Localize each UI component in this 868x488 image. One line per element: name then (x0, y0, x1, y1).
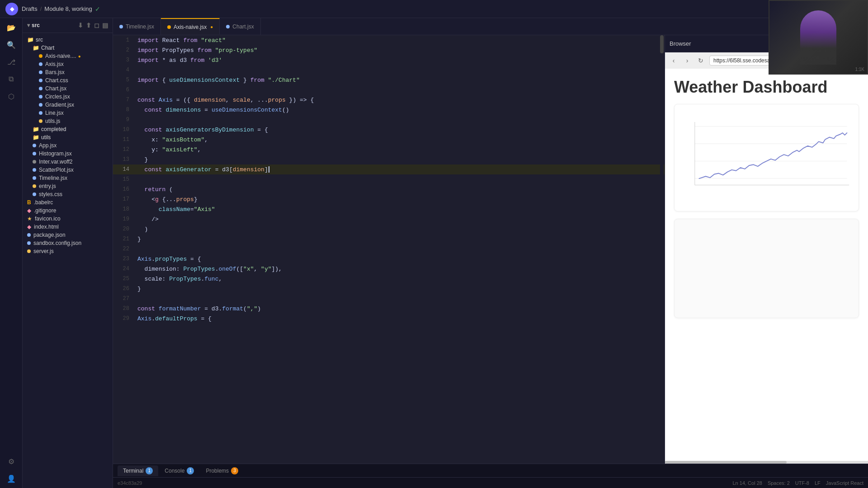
file-sidebar: ▾ src ⬇ ⬆ ◻ ▤ 📁 src 📁 Chart (23, 18, 113, 488)
git-file-icon: ◆ (27, 207, 31, 214)
extensions-icon[interactable]: ⧉ (6, 74, 16, 84)
code-line-22: 22 (113, 244, 665, 254)
breadcrumb: Drafts / Module 8, working ✓ (22, 5, 100, 13)
folder-chart[interactable]: 📁 Chart (23, 44, 113, 52)
file-entry[interactable]: entry.js (23, 182, 113, 190)
settings-icon[interactable]: ⚙ (6, 456, 16, 466)
drafts-label: Drafts (22, 5, 38, 12)
code-line-13: 13 } (113, 155, 665, 164)
scrollbar-track (660, 35, 664, 464)
file-sidebar-actions: ⬇ ⬆ ◻ ▤ (78, 22, 108, 29)
folder-src[interactable]: 📁 src (23, 36, 113, 44)
file-scatterplot[interactable]: ScatterPlot.jsx (23, 166, 113, 174)
modified-indicator: ● (78, 54, 81, 59)
weather-dashboard-title: Weather Dashboard (674, 78, 859, 97)
file-axis[interactable]: Axis.jsx (23, 60, 113, 68)
utils-folder-icon: 📁 (33, 134, 39, 141)
file-dot (39, 111, 42, 115)
reload-button[interactable]: ↻ (696, 56, 706, 66)
code-line-3: 3 import * as d3 from 'd3' (113, 55, 665, 65)
spaces-indicator: Spaces: 2 (768, 480, 790, 486)
code-line-17: 17 <g {...props} (113, 194, 665, 204)
terminal-badge: 1 (146, 467, 153, 474)
line-chart-svg (682, 112, 851, 202)
folder-completed[interactable]: 📁 completed (23, 125, 113, 133)
code-line-21: 21 } (113, 234, 665, 244)
scrollbar-thumb[interactable] (660, 35, 664, 53)
new-folder-icon[interactable]: ⬆ (86, 22, 91, 29)
code-line-8: 8 const dimensions = useDimensionsContex… (113, 105, 665, 115)
code-editor[interactable]: 1 import React from "react" 2 import Pro… (113, 35, 665, 464)
tab-timeline[interactable]: Timeline.jsx (113, 18, 161, 35)
terminal-label: Terminal (123, 468, 143, 474)
forward-button[interactable]: › (682, 56, 692, 66)
file-app[interactable]: App.jsx (23, 141, 113, 150)
status-bar: e34c83a29 Ln 14, Col 28 Spaces: 2 UTF-8 … (113, 477, 868, 488)
editor-browser-area: Timeline.jsx Axis-naive.jsx ● Chart.jsx … (113, 18, 868, 488)
code-line-6: 6 (113, 85, 665, 95)
file-favicon[interactable]: ★ favicon.ico (23, 215, 113, 223)
breadcrumb-sep: / (40, 5, 42, 12)
tab-bar: Timeline.jsx Axis-naive.jsx ● Chart.jsx … (113, 18, 868, 35)
file-dot (33, 184, 36, 188)
file-babelrc[interactable]: B .babelrc (23, 198, 113, 206)
code-line-24: 24 dimension: PropTypes.oneOf(["x", "y"]… (113, 264, 665, 274)
refresh-icon[interactable]: ◻ (94, 22, 99, 29)
code-line-26: 26 } (113, 284, 665, 294)
file-dot (39, 119, 42, 123)
tab-axis-naive[interactable]: Axis-naive.jsx ● (161, 18, 220, 35)
code-line-15: 15 (113, 174, 665, 184)
files-icon[interactable]: 📂 (6, 23, 16, 33)
encoding-indicator: UTF-8 (795, 480, 809, 486)
file-axis-naive[interactable]: Axis-naive.... ● (23, 52, 113, 60)
file-styles[interactable]: styles.css (23, 190, 113, 198)
file-dot (39, 70, 42, 74)
code-line-19: 19 /> (113, 214, 665, 224)
file-tree: 📁 src 📁 Chart Axis-naive.... ● Axis.jsx … (23, 33, 113, 258)
back-button[interactable]: ‹ (669, 56, 679, 66)
browser-content: Weather Dashboard (665, 69, 868, 461)
code-line-18: 18 className="Axis" (113, 204, 665, 214)
file-circles[interactable]: Circles.jsx (23, 93, 113, 101)
file-inter[interactable]: Inter.var.woff2 (23, 158, 113, 166)
browser-tab-label: Browser (670, 40, 691, 47)
file-dot (27, 241, 31, 245)
search-icon[interactable]: 🔍 (6, 40, 16, 50)
file-histogram[interactable]: Histogram.jsx (23, 150, 113, 158)
code-line-20: 20 ) (113, 224, 665, 234)
file-dot (39, 95, 42, 99)
code-line-12: 12 y: "axisLeft", (113, 145, 665, 155)
user-icon[interactable]: 👤 (6, 474, 16, 483)
file-package-json[interactable]: package.json (23, 231, 113, 239)
debug-icon[interactable]: ⬡ (6, 91, 16, 101)
browser-panel: Browser ‹ › ↻ Weather Dashboard (665, 35, 868, 464)
file-line[interactable]: Line.jsx (23, 109, 113, 117)
tab-console[interactable]: Console 1 (159, 465, 199, 476)
git-icon[interactable]: ⎇ (6, 57, 16, 67)
file-chart-jsx[interactable]: Chart.jsx (23, 84, 113, 93)
file-bars[interactable]: Bars.jsx (23, 68, 113, 76)
file-index-html[interactable]: ◆ index.html (23, 223, 113, 231)
tab-chart[interactable]: Chart.jsx (220, 18, 260, 35)
problems-label: Problems (206, 468, 229, 474)
file-chart-css[interactable]: Chart.css (23, 76, 113, 84)
new-file-icon[interactable]: ⬇ (78, 22, 83, 29)
file-gitignore[interactable]: ◆ .gitignore (23, 206, 113, 215)
console-label: Console (165, 468, 184, 474)
files-header-label[interactable]: ▾ src (27, 22, 40, 28)
file-timeline[interactable]: Timeline.jsx (23, 174, 113, 182)
code-line-14: 14 const axisGenerator = d3[dimension] (113, 164, 665, 174)
tab-problems[interactable]: Problems 3 (200, 465, 244, 476)
file-server[interactable]: server.js (23, 247, 113, 255)
file-sandbox-config[interactable]: sandbox.config.json (23, 239, 113, 247)
folder-utils[interactable]: 📁 utils (23, 133, 113, 141)
src-folder-icon: 📁 (27, 37, 34, 43)
collapse-all-icon[interactable]: ▤ (102, 22, 108, 29)
file-dot (33, 144, 36, 147)
file-gradient[interactable]: Gradient.jsx (23, 101, 113, 109)
file-dot (33, 152, 36, 155)
webcam-feed (769, 1, 867, 74)
status-right: Ln 14, Col 28 Spaces: 2 UTF-8 LF JavaScr… (732, 480, 863, 486)
tab-terminal[interactable]: Terminal 1 (118, 465, 158, 476)
file-utils[interactable]: utils.js (23, 117, 113, 125)
